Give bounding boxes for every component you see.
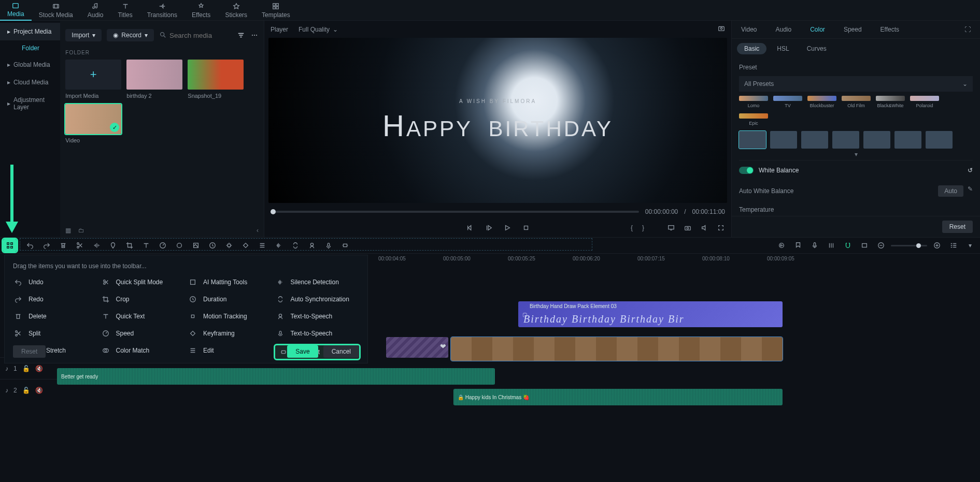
preset-polaroid[interactable]: Polaroid bbox=[910, 96, 939, 108]
text-button[interactable] bbox=[139, 239, 153, 252]
customize-toolbar-button[interactable] bbox=[3, 239, 17, 252]
preset-thumb[interactable] bbox=[894, 131, 921, 149]
item-duration[interactable]: Duration bbox=[188, 294, 272, 304]
subtab-basic[interactable]: Basic bbox=[737, 43, 766, 54]
tab-titles[interactable]: Titles bbox=[110, 0, 139, 21]
mic-button[interactable] bbox=[808, 239, 821, 252]
pagination-dots[interactable]: ▾ bbox=[739, 149, 973, 160]
item-quick-split[interactable]: Quick Split Mode bbox=[101, 277, 185, 287]
magnet-button[interactable] bbox=[841, 239, 855, 252]
insp-tab-color[interactable]: Color bbox=[801, 21, 834, 38]
item-keyframing[interactable]: Keyframing bbox=[188, 328, 272, 339]
tab-transitions[interactable]: Transitions bbox=[140, 0, 184, 21]
preset-blockbuster[interactable]: Blockbuster bbox=[807, 96, 836, 108]
tab-media[interactable]: Media bbox=[0, 0, 32, 21]
preset-epic[interactable]: Epic bbox=[739, 113, 768, 126]
duration-button[interactable] bbox=[206, 239, 219, 252]
item-ai-matting[interactable]: AI Matting Tools bbox=[188, 277, 272, 287]
render-button[interactable] bbox=[775, 239, 788, 252]
volume-icon[interactable] bbox=[700, 224, 708, 232]
fullscreen-icon[interactable] bbox=[717, 224, 725, 232]
quality-dropdown[interactable]: Full Quality⌄ bbox=[299, 26, 338, 33]
all-presets-row[interactable]: All Presets⌄ bbox=[739, 76, 973, 92]
clip-audio-2[interactable]: 🔒 Happy kids In Christmas 🍓 bbox=[453, 389, 783, 405]
tts-button[interactable] bbox=[305, 239, 319, 252]
preset-thumb[interactable] bbox=[926, 131, 953, 149]
redo-button[interactable] bbox=[40, 239, 53, 252]
item-speech-to-text[interactable]: Text-to-Speech bbox=[275, 328, 360, 339]
thumb-video[interactable]: ✓Video bbox=[65, 104, 121, 143]
item-redo[interactable]: Redo bbox=[13, 294, 97, 304]
audio-track-2-label[interactable]: ♪2🔓🔇 bbox=[0, 379, 57, 401]
tracking-button[interactable] bbox=[222, 239, 236, 252]
color-button[interactable] bbox=[173, 239, 186, 252]
matting-button[interactable] bbox=[189, 239, 203, 252]
import-button[interactable]: Import▾ bbox=[65, 29, 102, 41]
item-split[interactable]: Split bbox=[13, 328, 97, 339]
mark-in-icon[interactable]: { bbox=[631, 224, 633, 231]
audio-stretch-button[interactable] bbox=[90, 239, 103, 252]
mute-icon[interactable]: 🔇 bbox=[35, 365, 43, 372]
scrub-bar[interactable] bbox=[271, 211, 639, 213]
eyedropper-icon[interactable]: ✎ bbox=[968, 185, 973, 197]
marker-button[interactable] bbox=[106, 239, 120, 252]
snapshot-icon[interactable] bbox=[718, 25, 725, 34]
preset-bw[interactable]: Black&White bbox=[876, 96, 905, 108]
display-icon[interactable] bbox=[667, 224, 675, 232]
lock-icon[interactable]: 🔓 bbox=[22, 365, 30, 372]
split-button[interactable] bbox=[73, 239, 87, 252]
lock-icon[interactable]: 🔓 bbox=[22, 387, 30, 394]
white-balance-toggle[interactable]: White Balance ↺ bbox=[739, 160, 973, 180]
tab-audio[interactable]: Audio bbox=[80, 0, 111, 21]
preset-tv[interactable]: TV bbox=[773, 96, 802, 108]
preset-thumb[interactable] bbox=[770, 131, 797, 149]
sidebar-folder[interactable]: Folder bbox=[0, 40, 60, 56]
preset-thumb[interactable] bbox=[832, 131, 859, 149]
item-auto-sync[interactable]: Auto Synchronization bbox=[275, 294, 360, 304]
mixer-button[interactable] bbox=[825, 239, 838, 252]
thumb-snapshot[interactable]: Snapshot_19 bbox=[188, 60, 244, 99]
clip-audio-1[interactable]: Better get ready bbox=[57, 368, 495, 385]
search-input[interactable] bbox=[169, 32, 226, 39]
subtab-hsl[interactable]: HSL bbox=[770, 43, 796, 54]
thumb-import[interactable]: +Import Media bbox=[65, 60, 121, 99]
preview-viewport[interactable]: A WISH BY FILMORA HAPPY BIRTHDAY bbox=[268, 38, 727, 203]
zoom-fit-button[interactable] bbox=[947, 239, 960, 252]
silence-button[interactable] bbox=[272, 239, 286, 252]
subtab-curves[interactable]: Curves bbox=[800, 43, 834, 54]
folder-icon[interactable]: 🗀 bbox=[78, 227, 84, 234]
mute-icon[interactable]: 🔇 bbox=[35, 387, 43, 394]
play-icon[interactable] bbox=[503, 224, 512, 232]
undo-button[interactable] bbox=[23, 239, 37, 252]
clip-video-hatched[interactable]: ❤ bbox=[386, 337, 448, 358]
auto-button[interactable]: Auto bbox=[938, 185, 963, 197]
insp-tab-audio[interactable]: Audio bbox=[766, 21, 801, 38]
camera-icon[interactable] bbox=[684, 224, 692, 232]
edit-button[interactable] bbox=[255, 239, 269, 252]
sidebar-cloud-media[interactable]: ▸Cloud Media bbox=[0, 74, 60, 91]
clip-video-frames[interactable] bbox=[451, 337, 783, 361]
filter-icon[interactable] bbox=[237, 31, 245, 39]
stop-icon[interactable] bbox=[522, 224, 530, 232]
item-delete[interactable]: Delete bbox=[13, 311, 97, 322]
tab-templates[interactable]: Templates bbox=[254, 0, 297, 21]
customize-reset-button[interactable]: Reset bbox=[13, 345, 46, 358]
customize-save-button[interactable]: Save bbox=[287, 345, 318, 358]
tab-effects[interactable]: Effects bbox=[184, 0, 218, 21]
keyframe-button[interactable] bbox=[239, 239, 252, 252]
item-motion-tracking[interactable]: Motion Tracking bbox=[188, 311, 272, 322]
tab-stickers[interactable]: Stickers bbox=[218, 0, 254, 21]
customize-cancel-button[interactable]: Cancel bbox=[323, 345, 359, 358]
collapse-icon[interactable]: ‹ bbox=[257, 227, 259, 234]
zoom-in-button[interactable] bbox=[930, 239, 944, 252]
zoom-slider[interactable] bbox=[891, 245, 927, 246]
play-clip-icon[interactable] bbox=[485, 224, 493, 232]
sync-button[interactable] bbox=[289, 239, 302, 252]
expand-panel-icon[interactable]: ⛶ bbox=[955, 21, 980, 38]
preset-lomo[interactable]: Lomo bbox=[739, 96, 768, 108]
reset-section-icon[interactable]: ↺ bbox=[968, 167, 973, 174]
tab-stock-media[interactable]: Stock Media bbox=[32, 0, 80, 21]
delete-button[interactable] bbox=[56, 239, 70, 252]
item-undo[interactable]: Undo bbox=[13, 277, 97, 287]
insp-tab-video[interactable]: Video bbox=[732, 21, 766, 38]
